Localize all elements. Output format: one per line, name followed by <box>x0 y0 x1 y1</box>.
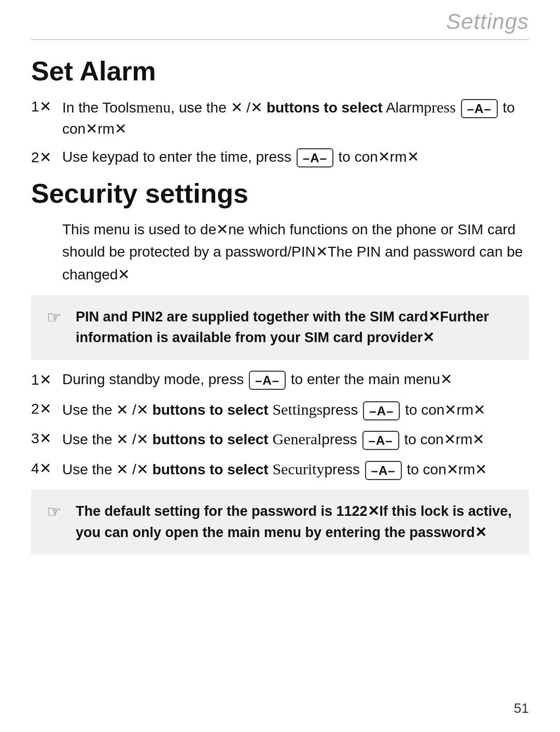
step-text-1: In the Toolsmenu, use the ✕ /✕ buttons t… <box>62 96 529 139</box>
security-step-4: 4✕ Use the ✕ /✕ buttons to select Securi… <box>31 458 529 481</box>
sec-step-number-1: 1✕ <box>31 369 62 391</box>
step-number-1: 1✕ <box>31 96 62 118</box>
key-a-btn-5: –A– <box>362 431 399 450</box>
note-icon-2: ☞ <box>47 502 66 522</box>
sec-step-number-4: 4✕ <box>31 458 62 480</box>
set-alarm-heading: Set Alarm <box>31 55 529 87</box>
note-text-2: The default setting for the password is … <box>76 501 513 543</box>
step-number-2: 2✕ <box>31 147 62 168</box>
sec-step-text-4: Use the ✕ /✕ buttons to select Securityp… <box>62 458 529 481</box>
header: Settings <box>31 0 529 40</box>
key-a-btn-6: –A– <box>365 461 402 480</box>
security-step-2: 2✕ Use the ✕ /✕ buttons to select Settin… <box>31 398 529 421</box>
key-a-btn-4: –A– <box>363 401 400 420</box>
note-text-1: PIN and PIN2 are supplied together with … <box>76 306 513 348</box>
security-step-3: 3✕ Use the ✕ /✕ buttons to select Genera… <box>31 428 529 451</box>
security-settings-heading: Security settings <box>31 178 529 209</box>
page-number: 51 <box>514 700 529 716</box>
security-description: This menu is used to de✕ne which functio… <box>62 218 529 286</box>
sec-step-number-3: 3✕ <box>31 428 62 449</box>
page-container: Settings Set Alarm 1✕ In the Toolsmenu, … <box>0 0 560 732</box>
security-step-1: 1✕ During standby mode, press –A– to ent… <box>31 369 529 391</box>
set-alarm-step-1: 1✕ In the Toolsmenu, use the ✕ /✕ button… <box>31 96 529 139</box>
note-icon-1: ☞ <box>47 307 66 327</box>
sec-step-text-3: Use the ✕ /✕ buttons to select Generalpr… <box>62 428 529 451</box>
sec-step-number-2: 2✕ <box>31 398 62 420</box>
sec-step-text-2: Use the ✕ /✕ buttons to select Settingsp… <box>62 398 529 421</box>
key-a-btn-2: –A– <box>297 148 333 167</box>
step-text-2: Use keypad to enter the time, press –A– … <box>62 147 529 168</box>
key-a-btn-3: –A– <box>249 371 286 390</box>
note-box-1: ☞ PIN and PIN2 are supplied together wit… <box>31 295 529 360</box>
key-a-btn-1: –A– <box>461 99 498 118</box>
header-title: Settings <box>446 9 529 34</box>
set-alarm-step-2: 2✕ Use keypad to enter the time, press –… <box>31 147 529 168</box>
sec-step-text-1: During standby mode, press –A– to enter … <box>62 369 529 390</box>
set-alarm-steps: 1✕ In the Toolsmenu, use the ✕ /✕ button… <box>31 96 529 168</box>
security-steps: 1✕ During standby mode, press –A– to ent… <box>31 369 529 480</box>
note-box-2: ☞ The default setting for the password i… <box>31 489 529 554</box>
